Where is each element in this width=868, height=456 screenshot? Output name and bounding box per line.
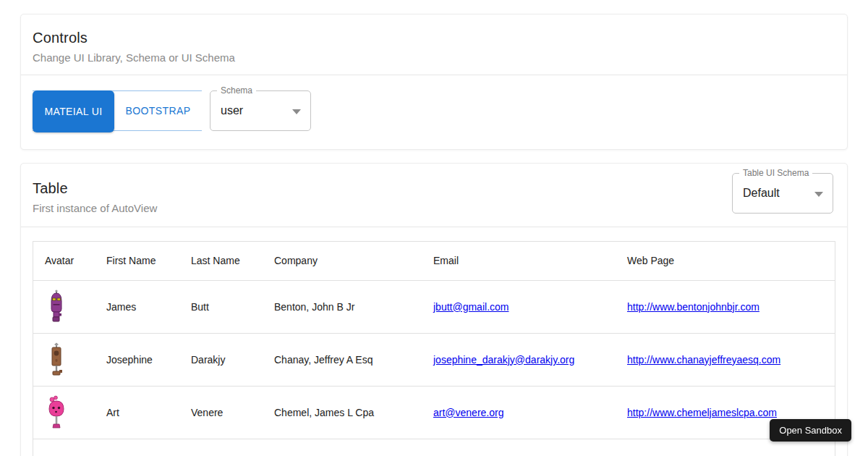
robot-purple-avatar <box>45 290 68 324</box>
controls-content: MATEIAL UI BOOTSTRAP Schema user <box>21 75 847 131</box>
tab-material-ui-label: MATEIAL UI <box>44 106 102 117</box>
table-row: James Butt Benton, John B Jr jbutt@gmail… <box>33 280 835 333</box>
controls-title: Controls <box>33 30 835 46</box>
table-ui-schema-select-label: Table UI Schema <box>739 168 812 178</box>
tab-bootstrap[interactable]: BOOTSTRAP <box>114 91 202 130</box>
email-link[interactable]: jbutt@gmail.com <box>433 301 509 313</box>
company-cell: Benton, John B Jr <box>263 280 422 333</box>
web-page-link[interactable]: http://www.bentonjohnbjr.com <box>627 301 760 313</box>
data-table-container: AvatarFirst NameLast NameCompanyEmailWeb… <box>33 241 835 456</box>
email-cell: josephine_darakjy@darakjy.org <box>422 333 616 386</box>
schema-select-value: user <box>221 104 243 117</box>
table-subtitle: First instance of AutoView <box>33 202 835 214</box>
first-name-cell: Art <box>95 386 179 439</box>
robot-brown-avatar <box>45 342 68 377</box>
last-name-cell: Darakjy <box>179 333 263 386</box>
email-cell: jbutt@gmail.com <box>422 280 616 333</box>
web-page-cell: http://www.chanayjeffreyaesq.com <box>616 333 835 386</box>
avatar-cell <box>33 280 95 333</box>
web-page-cell: http://www.bentonjohnbjr.com <box>616 280 835 333</box>
schema-select[interactable]: Schema user <box>210 90 311 131</box>
web-page-link[interactable]: http://www.chanayjeffreyaesq.com <box>627 354 780 366</box>
controls-card-header: Controls Change UI Library, Schema or UI… <box>21 14 847 75</box>
column-header: Email <box>422 242 616 280</box>
column-header: Avatar <box>33 242 95 280</box>
table-card: Table First instance of AutoView Table U… <box>20 163 848 456</box>
table-ui-schema-select[interactable]: Table UI Schema Default <box>732 173 833 214</box>
chevron-down-icon <box>814 192 823 197</box>
controls-subtitle: Change UI Library, Schema or UI Schema <box>33 51 835 64</box>
schema-select-label: Schema <box>217 85 256 96</box>
first-name-cell: James <box>95 280 179 333</box>
ui-library-tabs: MATEIAL UI BOOTSTRAP <box>33 90 202 131</box>
robot-pink-avatar <box>45 395 68 430</box>
email-cell: art@venere.org <box>422 386 616 439</box>
company-cell: Chemel, James L Cpa <box>263 386 422 439</box>
table-card-header: Table First instance of AutoView Table U… <box>21 164 847 227</box>
first-name-cell: Josephine <box>95 333 179 386</box>
column-header: Last Name <box>179 242 263 280</box>
table-ui-schema-select-value: Default <box>743 187 780 200</box>
avatar-cell <box>33 386 95 439</box>
company-cell: Chanay, Jeffrey A Esq <box>263 333 422 386</box>
column-header: First Name <box>95 242 179 280</box>
email-link[interactable]: josephine_darakjy@darakjy.org <box>433 354 574 366</box>
open-sandbox-button[interactable]: Open Sandbox <box>770 419 851 442</box>
email-link[interactable]: art@venere.org <box>433 407 503 418</box>
data-table: AvatarFirst NameLast NameCompanyEmailWeb… <box>33 242 835 456</box>
table-body: James Butt Benton, John B Jr jbutt@gmail… <box>33 280 835 456</box>
chevron-down-icon <box>292 109 301 114</box>
controls-card: Controls Change UI Library, Schema or UI… <box>20 14 848 150</box>
avatar-cell <box>33 333 95 386</box>
table-header-row: AvatarFirst NameLast NameCompanyEmailWeb… <box>33 242 835 280</box>
last-name-cell: Venere <box>179 386 263 439</box>
table-row-partial <box>33 439 835 456</box>
table-title: Table <box>33 180 835 197</box>
tab-material-ui[interactable]: MATEIAL UI <box>33 90 114 132</box>
web-page-link[interactable]: http://www.chemeljameslcpa.com <box>627 407 777 418</box>
column-header: Web Page <box>616 242 835 280</box>
table-row: Josephine Darakjy Chanay, Jeffrey A Esq … <box>33 333 835 386</box>
tab-bootstrap-label: BOOTSTRAP <box>126 105 191 117</box>
column-header: Company <box>263 242 422 280</box>
table-row: Art Venere Chemel, James L Cpa art@vener… <box>33 386 835 439</box>
last-name-cell: Butt <box>179 280 263 333</box>
